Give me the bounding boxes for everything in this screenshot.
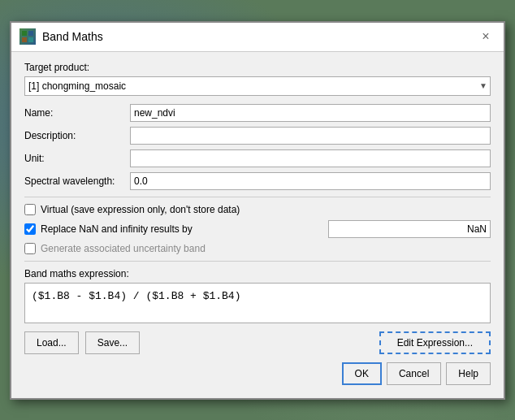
cancel-button[interactable]: Cancel bbox=[387, 362, 441, 385]
virtual-checkbox[interactable] bbox=[24, 204, 36, 215]
spectral-wavelength-label: Spectral wavelength: bbox=[24, 175, 130, 187]
name-input[interactable] bbox=[130, 104, 491, 122]
virtual-checkbox-row: Virtual (save expression only, don't sto… bbox=[24, 204, 491, 215]
expression-label: Band maths expression: bbox=[24, 268, 491, 279]
virtual-checkbox-label: Virtual (save expression only, don't sto… bbox=[41, 204, 240, 215]
ok-cancel-row: OK Cancel Help bbox=[24, 362, 491, 385]
button-row-left: Load... Save... bbox=[24, 331, 140, 354]
expression-box[interactable]: ($1.B8 - $1.B4) / ($1.B8 + $1.B4) bbox=[24, 283, 491, 323]
dialog-title: Band Maths bbox=[42, 30, 103, 43]
target-product-wrapper: [1] chongming_mosaic ▼ bbox=[24, 76, 491, 96]
expression-section: Band maths expression: ($1.B8 - $1.B4) /… bbox=[24, 268, 491, 323]
close-button[interactable]: × bbox=[476, 27, 496, 46]
description-label: Description: bbox=[24, 130, 130, 141]
uncertainty-checkbox-label: Generate associated uncertainty band bbox=[41, 243, 206, 254]
app-icon bbox=[19, 28, 36, 45]
replace-nan-input[interactable] bbox=[328, 220, 491, 238]
help-button[interactable]: Help bbox=[446, 362, 491, 385]
uncertainty-checkbox[interactable] bbox=[24, 243, 36, 254]
description-group: Description: bbox=[24, 127, 491, 145]
target-product-label: Target product: bbox=[24, 62, 491, 73]
unit-input[interactable] bbox=[130, 149, 491, 167]
unit-group: Unit: bbox=[24, 149, 491, 167]
svg-rect-2 bbox=[22, 37, 27, 42]
divider-1 bbox=[24, 197, 491, 197]
load-button[interactable]: Load... bbox=[24, 331, 79, 354]
title-bar: Band Maths × bbox=[11, 23, 504, 52]
spectral-wavelength-input[interactable] bbox=[130, 172, 491, 190]
target-product-group: Target product: [1] chongming_mosaic ▼ bbox=[24, 62, 491, 96]
replace-nan-label: Replace NaN and infinity results by bbox=[41, 223, 193, 235]
replace-nan-checkbox[interactable] bbox=[24, 223, 36, 235]
edit-expression-button[interactable]: Edit Expression... bbox=[379, 331, 491, 354]
uncertainty-checkbox-row: Generate associated uncertainty band bbox=[24, 243, 491, 254]
description-input[interactable] bbox=[130, 127, 491, 145]
bottom-button-row: Load... Save... Edit Expression... bbox=[24, 331, 491, 354]
name-group: Name: bbox=[24, 104, 491, 122]
title-bar-left: Band Maths bbox=[19, 28, 103, 45]
svg-rect-3 bbox=[28, 37, 33, 42]
dialog-body: Target product: [1] chongming_mosaic ▼ N… bbox=[11, 52, 504, 398]
replace-nan-row: Replace NaN and infinity results by bbox=[24, 220, 491, 238]
divider-2 bbox=[24, 261, 491, 262]
target-product-select[interactable]: [1] chongming_mosaic bbox=[24, 76, 491, 96]
unit-label: Unit: bbox=[24, 153, 130, 164]
ok-button[interactable]: OK bbox=[342, 362, 382, 385]
spectral-wavelength-group: Spectral wavelength: bbox=[24, 172, 491, 190]
button-row-right: Edit Expression... bbox=[379, 331, 491, 354]
band-maths-dialog: Band Maths × Target product: [1] chongmi… bbox=[10, 21, 505, 400]
svg-rect-1 bbox=[28, 31, 33, 36]
svg-rect-0 bbox=[22, 31, 27, 36]
save-button[interactable]: Save... bbox=[85, 331, 140, 354]
name-label: Name: bbox=[24, 107, 130, 119]
